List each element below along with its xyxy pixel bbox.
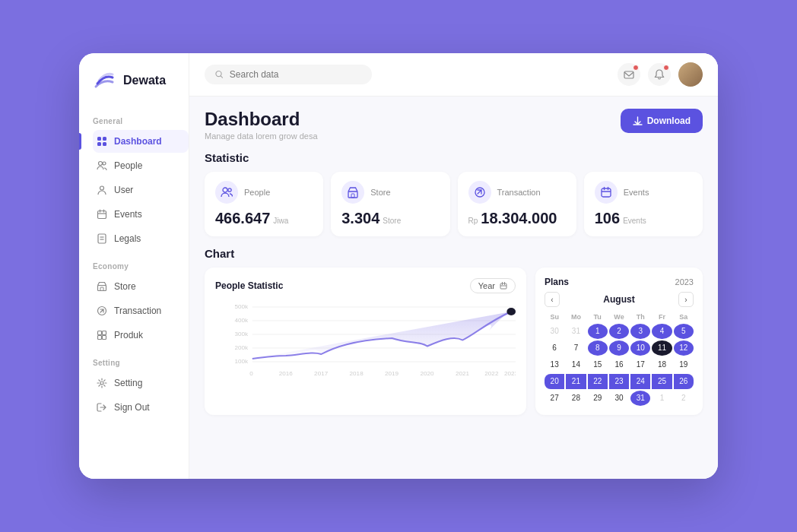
people-stat-label: People bbox=[244, 188, 270, 197]
page-subtitle: Manage data lorem grow desa bbox=[205, 131, 318, 141]
calendar-next-btn[interactable]: › bbox=[678, 292, 694, 307]
bell-icon bbox=[654, 69, 665, 80]
mail-icon bbox=[624, 69, 634, 80]
download-icon bbox=[633, 116, 643, 126]
svg-text:500k: 500k bbox=[235, 304, 249, 310]
cal-day[interactable]: 2 bbox=[609, 324, 629, 339]
cal-day[interactable]: 30 bbox=[545, 324, 564, 339]
legals-label: Legals bbox=[114, 233, 141, 244]
people-stat-icon bbox=[221, 186, 233, 198]
produk-label: Produk bbox=[114, 330, 143, 340]
sidebar: Dewata General Dashboard bbox=[79, 53, 189, 479]
svg-point-25 bbox=[228, 188, 231, 192]
title-group: Dashboard Manage data lorem grow desa bbox=[205, 109, 318, 141]
sidebar-item-dashboard[interactable]: Dashboard bbox=[93, 130, 189, 153]
stat-card-header-store: Store bbox=[341, 181, 439, 204]
search-bar[interactable] bbox=[205, 65, 372, 84]
events-icon bbox=[96, 208, 108, 220]
cal-day[interactable]: 25 bbox=[652, 374, 672, 389]
sidebar-item-signout[interactable]: Sign Out bbox=[93, 396, 189, 419]
sidebar-item-produk[interactable]: Produk bbox=[93, 324, 189, 347]
cal-day[interactable]: 10 bbox=[630, 340, 650, 356]
mail-button[interactable] bbox=[618, 63, 640, 86]
svg-text:2016: 2016 bbox=[279, 371, 293, 377]
svg-rect-23 bbox=[624, 71, 633, 78]
cal-day[interactable]: 5 bbox=[674, 324, 694, 339]
people-stat-unit: Jiwa bbox=[273, 217, 288, 225]
events-stat-value: 106 Events bbox=[595, 210, 692, 227]
cal-day[interactable]: 27 bbox=[545, 391, 564, 406]
cal-day[interactable]: 21 bbox=[566, 374, 586, 389]
stat-card-header-transaction: Transaction bbox=[468, 181, 566, 204]
download-button[interactable]: Download bbox=[621, 109, 703, 133]
cal-day[interactable]: 19 bbox=[674, 357, 694, 372]
svg-point-4 bbox=[99, 162, 103, 166]
cal-day[interactable]: 29 bbox=[588, 391, 608, 406]
cal-day-today[interactable]: 8 bbox=[588, 340, 608, 356]
user-avatar[interactable] bbox=[678, 62, 703, 87]
cal-day[interactable]: 30 bbox=[609, 391, 629, 406]
stat-card-header-events: Events bbox=[595, 181, 692, 204]
cal-day[interactable]: 2 bbox=[674, 391, 694, 406]
logo-area: Dewata bbox=[93, 68, 189, 93]
setting-label: Setting bbox=[114, 378, 142, 388]
dashboard-label: Dashboard bbox=[114, 136, 162, 147]
economy-section-label: Economy bbox=[93, 262, 189, 271]
transaction-stat-icon bbox=[474, 186, 486, 198]
cal-day[interactable]: 15 bbox=[588, 357, 608, 372]
logo-text: Dewata bbox=[123, 74, 166, 87]
sidebar-item-setting[interactable]: Setting bbox=[93, 372, 189, 394]
cal-day[interactable]: 7 bbox=[566, 340, 586, 356]
calendar-prev-btn[interactable]: ‹ bbox=[545, 292, 560, 307]
page-title: Dashboard bbox=[205, 109, 318, 130]
cal-day[interactable]: 1 bbox=[652, 391, 672, 406]
cal-day[interactable]: 26 bbox=[674, 374, 694, 389]
svg-text:2020: 2020 bbox=[421, 371, 434, 377]
search-input[interactable] bbox=[230, 69, 361, 80]
setting-icon bbox=[96, 377, 108, 389]
cal-day[interactable]: 31 bbox=[566, 324, 586, 339]
year-label: Year bbox=[478, 281, 495, 290]
svg-rect-14 bbox=[98, 286, 106, 291]
svg-point-5 bbox=[103, 162, 106, 165]
cal-day[interactable]: 3 bbox=[630, 324, 650, 339]
svg-rect-18 bbox=[103, 331, 106, 335]
cal-day[interactable]: 13 bbox=[545, 357, 564, 372]
sidebar-item-events[interactable]: Events bbox=[93, 203, 189, 226]
cal-day-31[interactable]: 31 bbox=[630, 391, 650, 406]
cal-day[interactable]: 24 bbox=[630, 374, 650, 389]
svg-text:100k: 100k bbox=[235, 359, 249, 365]
sidebar-item-people[interactable]: People bbox=[93, 154, 189, 177]
stats-grid: People 466.647 Jiwa bbox=[205, 172, 703, 236]
sidebar-item-user[interactable]: User bbox=[93, 179, 189, 201]
svg-rect-0 bbox=[97, 137, 101, 141]
sidebar-item-transaction[interactable]: Transaction bbox=[93, 299, 189, 322]
cal-header-th: Th bbox=[630, 312, 650, 322]
cal-day[interactable]: 28 bbox=[566, 391, 586, 406]
sidebar-item-store[interactable]: Store bbox=[93, 275, 189, 298]
cal-day[interactable]: 23 bbox=[609, 374, 629, 389]
sidebar-item-legals[interactable]: Legals bbox=[93, 227, 189, 250]
notification-button[interactable] bbox=[648, 63, 671, 86]
svg-text:2019: 2019 bbox=[385, 371, 398, 377]
cal-day[interactable]: 17 bbox=[630, 357, 650, 372]
cal-day[interactable]: 18 bbox=[652, 357, 672, 372]
cal-day[interactable]: 22 bbox=[588, 374, 608, 389]
year-selector[interactable]: Year bbox=[470, 278, 516, 293]
svg-rect-17 bbox=[98, 331, 102, 335]
cal-day[interactable]: 20 bbox=[545, 374, 564, 389]
svg-rect-15 bbox=[100, 287, 103, 291]
people-stat-value: 466.647 Jiwa bbox=[215, 210, 313, 227]
cal-day[interactable]: 9 bbox=[609, 340, 629, 356]
svg-rect-26 bbox=[348, 192, 357, 198]
general-section-label: General bbox=[93, 117, 189, 125]
cal-day[interactable]: 16 bbox=[609, 357, 629, 372]
cal-day[interactable]: 14 bbox=[566, 357, 586, 372]
cal-day[interactable]: 6 bbox=[545, 340, 564, 356]
cal-day[interactable]: 1 bbox=[588, 324, 608, 339]
download-label: Download bbox=[647, 116, 691, 126]
cal-day[interactable]: 11 bbox=[652, 340, 672, 356]
cal-day[interactable]: 4 bbox=[652, 324, 672, 339]
produk-icon bbox=[96, 329, 108, 341]
cal-day[interactable]: 12 bbox=[674, 340, 694, 356]
